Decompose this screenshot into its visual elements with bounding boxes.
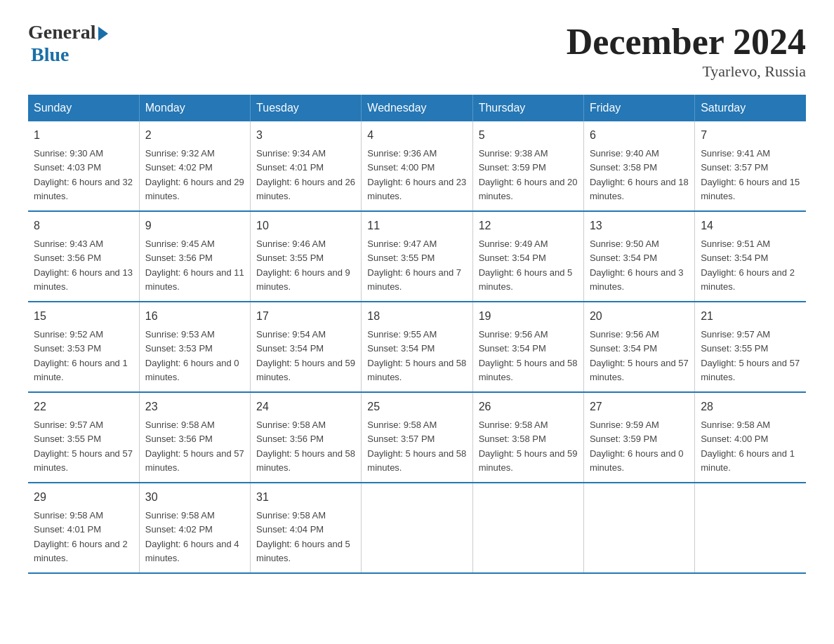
day-info: Sunrise: 9:49 AMSunset: 3:54 PMDaylight:… (479, 239, 573, 292)
calendar-cell: 3Sunrise: 9:34 AMSunset: 4:01 PMDaylight… (251, 121, 362, 211)
day-number: 14 (701, 217, 800, 234)
calendar-cell: 9Sunrise: 9:45 AMSunset: 3:56 PMDaylight… (139, 211, 250, 302)
day-number: 11 (367, 217, 466, 234)
calendar-week-row: 1Sunrise: 9:30 AMSunset: 4:03 PMDaylight… (28, 121, 806, 211)
calendar-cell: 4Sunrise: 9:36 AMSunset: 4:00 PMDaylight… (362, 121, 472, 211)
day-number: 16 (145, 308, 244, 325)
day-number: 3 (256, 127, 355, 144)
calendar-cell (362, 483, 472, 573)
day-number: 25 (367, 398, 466, 415)
day-info: Sunrise: 9:43 AMSunset: 3:56 PMDaylight:… (34, 239, 133, 292)
day-number: 20 (590, 308, 689, 325)
calendar-cell: 15Sunrise: 9:52 AMSunset: 3:53 PMDayligh… (28, 302, 139, 392)
day-number: 7 (701, 127, 800, 144)
day-number: 6 (590, 127, 689, 144)
day-info: Sunrise: 9:50 AMSunset: 3:54 PMDaylight:… (590, 239, 684, 292)
location-text: Tyarlevo, Russia (567, 62, 806, 81)
calendar-cell: 30Sunrise: 9:58 AMSunset: 4:02 PMDayligh… (139, 483, 250, 573)
calendar-week-row: 8Sunrise: 9:43 AMSunset: 3:56 PMDaylight… (28, 211, 806, 302)
day-info: Sunrise: 9:40 AMSunset: 3:58 PMDaylight:… (590, 148, 689, 201)
day-number: 26 (479, 398, 578, 415)
calendar-cell: 22Sunrise: 9:57 AMSunset: 3:55 PMDayligh… (28, 392, 139, 483)
day-number: 9 (145, 217, 244, 234)
calendar-cell: 1Sunrise: 9:30 AMSunset: 4:03 PMDaylight… (28, 121, 139, 211)
day-info: Sunrise: 9:58 AMSunset: 3:57 PMDaylight:… (367, 420, 466, 473)
day-info: Sunrise: 9:38 AMSunset: 3:59 PMDaylight:… (479, 148, 578, 201)
day-number: 29 (34, 489, 133, 506)
page-header: General Blue December 2024 Tyarlevo, Rus… (28, 21, 806, 81)
day-number: 17 (256, 308, 355, 325)
logo-arrow-icon (98, 27, 108, 41)
day-info: Sunrise: 9:58 AMSunset: 4:01 PMDaylight:… (34, 510, 128, 563)
day-number: 30 (145, 489, 244, 506)
calendar-table: SundayMondayTuesdayWednesdayThursdayFrid… (28, 95, 806, 574)
day-info: Sunrise: 9:58 AMSunset: 4:00 PMDaylight:… (701, 420, 795, 473)
day-info: Sunrise: 9:36 AMSunset: 4:00 PMDaylight:… (367, 148, 466, 201)
day-info: Sunrise: 9:52 AMSunset: 3:53 PMDaylight:… (34, 329, 128, 382)
day-info: Sunrise: 9:46 AMSunset: 3:55 PMDaylight:… (256, 239, 350, 292)
column-header-friday: Friday (583, 95, 694, 121)
day-info: Sunrise: 9:34 AMSunset: 4:01 PMDaylight:… (256, 148, 355, 201)
day-info: Sunrise: 9:41 AMSunset: 3:57 PMDaylight:… (701, 148, 800, 201)
day-info: Sunrise: 9:58 AMSunset: 4:04 PMDaylight:… (256, 510, 350, 563)
day-number: 18 (367, 308, 466, 325)
day-number: 21 (701, 308, 800, 325)
calendar-cell: 29Sunrise: 9:58 AMSunset: 4:01 PMDayligh… (28, 483, 139, 573)
calendar-cell: 16Sunrise: 9:53 AMSunset: 3:53 PMDayligh… (139, 302, 250, 392)
calendar-cell: 25Sunrise: 9:58 AMSunset: 3:57 PMDayligh… (362, 392, 472, 483)
day-info: Sunrise: 9:45 AMSunset: 3:56 PMDaylight:… (145, 239, 244, 292)
calendar-cell: 5Sunrise: 9:38 AMSunset: 3:59 PMDaylight… (472, 121, 583, 211)
calendar-cell: 28Sunrise: 9:58 AMSunset: 4:00 PMDayligh… (695, 392, 806, 483)
day-info: Sunrise: 9:30 AMSunset: 4:03 PMDaylight:… (34, 148, 133, 201)
calendar-cell: 26Sunrise: 9:58 AMSunset: 3:58 PMDayligh… (472, 392, 583, 483)
day-info: Sunrise: 9:47 AMSunset: 3:55 PMDaylight:… (367, 239, 461, 292)
calendar-cell: 2Sunrise: 9:32 AMSunset: 4:02 PMDaylight… (139, 121, 250, 211)
calendar-cell (583, 483, 694, 573)
day-number: 1 (34, 127, 133, 144)
column-header-sunday: Sunday (28, 95, 139, 121)
day-number: 27 (590, 398, 689, 415)
calendar-header-row: SundayMondayTuesdayWednesdayThursdayFrid… (28, 95, 806, 121)
logo: General Blue (28, 21, 108, 66)
day-info: Sunrise: 9:58 AMSunset: 3:58 PMDaylight:… (479, 420, 578, 473)
day-info: Sunrise: 9:32 AMSunset: 4:02 PMDaylight:… (145, 148, 244, 201)
calendar-cell: 19Sunrise: 9:56 AMSunset: 3:54 PMDayligh… (472, 302, 583, 392)
calendar-week-row: 29Sunrise: 9:58 AMSunset: 4:01 PMDayligh… (28, 483, 806, 573)
column-header-thursday: Thursday (472, 95, 583, 121)
column-header-monday: Monday (139, 95, 250, 121)
calendar-cell: 21Sunrise: 9:57 AMSunset: 3:55 PMDayligh… (695, 302, 806, 392)
logo-general-text: General (28, 21, 95, 43)
day-info: Sunrise: 9:56 AMSunset: 3:54 PMDaylight:… (479, 329, 578, 382)
day-number: 28 (701, 398, 800, 415)
day-number: 19 (479, 308, 578, 325)
day-number: 10 (256, 217, 355, 234)
day-number: 5 (479, 127, 578, 144)
calendar-cell: 31Sunrise: 9:58 AMSunset: 4:04 PMDayligh… (251, 483, 362, 573)
calendar-cell: 8Sunrise: 9:43 AMSunset: 3:56 PMDaylight… (28, 211, 139, 302)
day-number: 15 (34, 308, 133, 325)
calendar-cell: 27Sunrise: 9:59 AMSunset: 3:59 PMDayligh… (583, 392, 694, 483)
calendar-week-row: 22Sunrise: 9:57 AMSunset: 3:55 PMDayligh… (28, 392, 806, 483)
day-number: 22 (34, 398, 133, 415)
logo-blue-text: Blue (31, 43, 69, 66)
day-info: Sunrise: 9:57 AMSunset: 3:55 PMDaylight:… (701, 329, 800, 382)
day-number: 31 (256, 489, 355, 506)
calendar-cell (472, 483, 583, 573)
column-header-tuesday: Tuesday (251, 95, 362, 121)
day-info: Sunrise: 9:58 AMSunset: 3:56 PMDaylight:… (145, 420, 244, 473)
day-info: Sunrise: 9:55 AMSunset: 3:54 PMDaylight:… (367, 329, 466, 382)
calendar-cell: 20Sunrise: 9:56 AMSunset: 3:54 PMDayligh… (583, 302, 694, 392)
day-info: Sunrise: 9:59 AMSunset: 3:59 PMDaylight:… (590, 420, 684, 473)
title-block: December 2024 Tyarlevo, Russia (567, 21, 806, 81)
month-title: December 2024 (567, 21, 806, 62)
calendar-week-row: 15Sunrise: 9:52 AMSunset: 3:53 PMDayligh… (28, 302, 806, 392)
day-info: Sunrise: 9:54 AMSunset: 3:54 PMDaylight:… (256, 329, 355, 382)
day-number: 2 (145, 127, 244, 144)
day-number: 24 (256, 398, 355, 415)
calendar-cell: 7Sunrise: 9:41 AMSunset: 3:57 PMDaylight… (695, 121, 806, 211)
day-number: 13 (590, 217, 689, 234)
calendar-cell: 18Sunrise: 9:55 AMSunset: 3:54 PMDayligh… (362, 302, 472, 392)
day-number: 8 (34, 217, 133, 234)
day-number: 12 (479, 217, 578, 234)
calendar-cell: 11Sunrise: 9:47 AMSunset: 3:55 PMDayligh… (362, 211, 472, 302)
